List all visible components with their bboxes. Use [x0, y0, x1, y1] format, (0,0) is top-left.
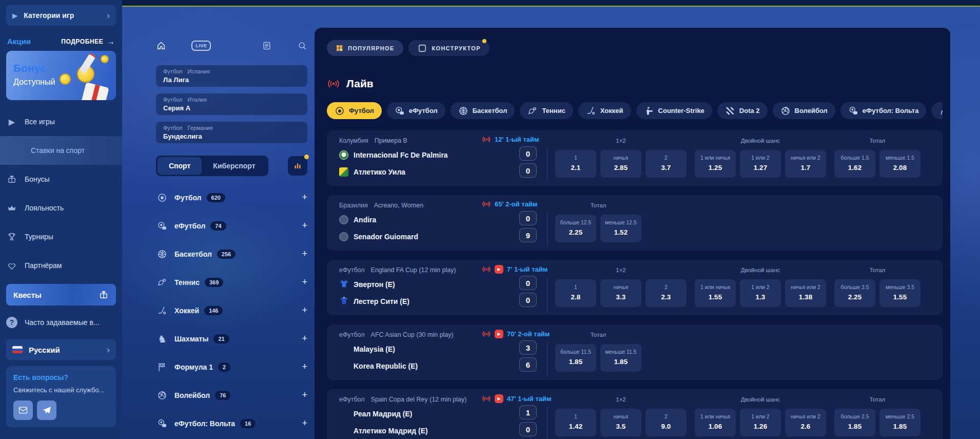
tab-cybersport[interactable]: Киберспорт — [202, 157, 266, 175]
sports-list-item[interactable]: Футбол 620 + — [156, 183, 307, 212]
nav-search-button[interactable] — [297, 41, 307, 51]
match-card[interactable]: еФутболEngland FA Cup (12 min play) ▶ 7'… — [327, 260, 943, 315]
expand-plus-icon[interactable]: + — [302, 361, 307, 372]
odds-button[interactable]: ничья или 2 2.6 — [785, 409, 826, 436]
odds-button[interactable]: 1 2.1 — [555, 150, 596, 178]
sports-list-item[interactable]: Волейбол 76 + — [156, 381, 307, 409]
odds-button[interactable]: 1 или ничья 1.55 — [695, 279, 736, 307]
sports-list-item[interactable]: Баскетбол 256 + — [156, 240, 307, 268]
odds-button[interactable]: меньше 11.5 1.85 — [600, 344, 641, 372]
sports-list-item[interactable]: еФутбол: Вольта 16 + — [156, 409, 307, 437]
odds-button[interactable]: меньше 12.5 1.52 — [600, 215, 641, 242]
outcome-odds: 3.3 — [600, 293, 641, 301]
sidebar-item[interactable]: Ставки на спорт — [0, 136, 122, 165]
expand-plus-icon[interactable]: + — [302, 305, 307, 316]
odds-button[interactable]: меньше 2.5 1.85 — [879, 409, 920, 436]
promos-more-link[interactable]: ПОДРОБНЕЕ → — [61, 37, 115, 46]
sport-chip[interactable]: еСк — [931, 102, 943, 119]
help-card: Есть вопросы? Свяжитесь с нашей службо..… — [6, 366, 116, 427]
odds-button[interactable]: больше 3.5 2.25 — [834, 279, 875, 307]
stream-play-icon[interactable]: ▶ — [495, 330, 503, 338]
pinned-league-card[interactable]: ФутболИспания Ла Лига — [156, 65, 307, 87]
odds-button[interactable]: 2 3.7 — [645, 150, 687, 178]
odds-button[interactable]: 1 или 2 1.3 — [740, 279, 781, 307]
basketball-icon — [458, 106, 468, 116]
quests-banner[interactable]: Квесты — [6, 284, 116, 306]
team-badge — [339, 215, 348, 224]
expand-plus-icon[interactable]: + — [302, 390, 307, 400]
expand-plus-icon[interactable]: + — [302, 220, 307, 231]
odds-button[interactable]: меньше 1.5 2.08 — [879, 150, 920, 178]
sidebar-item[interactable]: Бонусы — [6, 165, 116, 194]
odds-button[interactable]: 1 или 2 1.27 — [740, 150, 781, 178]
odds-button[interactable]: больше 12.5 2.25 — [555, 215, 596, 242]
match-card[interactable]: КолумбияПримера B 12' 1-ый тайм Internac… — [327, 130, 943, 186]
match-league: еФутболSpain Copa del Rey (12 min play) — [339, 396, 466, 403]
expand-plus-icon[interactable]: + — [302, 418, 307, 429]
sidebar-item[interactable]: Партнёрам — [6, 251, 116, 280]
sidebar-item[interactable]: ▶Все игры — [6, 107, 116, 136]
sport-chip[interactable]: Counter-Strike — [636, 102, 712, 119]
odds-button[interactable]: ничья 3.3 — [600, 279, 641, 307]
sport-chip[interactable]: еФутбол — [387, 102, 445, 119]
odds-button[interactable]: ничья или 2 1.38 — [785, 279, 826, 307]
odds-button[interactable]: ничья 2.85 — [600, 150, 641, 178]
nav-results-button[interactable] — [262, 41, 272, 51]
sidebar-item[interactable]: Турниры — [6, 222, 116, 251]
pinned-league-card[interactable]: ФутболГермания Бундеслига — [156, 122, 307, 143]
expand-plus-icon[interactable]: + — [302, 277, 307, 288]
sport-chip[interactable]: Dota 2 — [717, 102, 768, 119]
sport-chip[interactable]: Футбол — [327, 102, 382, 119]
match-status: 65' 2-ой тайм — [482, 200, 537, 208]
match-card[interactable]: еФутболSpain Copa del Rey (12 min play) … — [327, 389, 943, 439]
expand-plus-icon[interactable]: + — [302, 192, 307, 203]
odds-button[interactable]: больше 2.5 1.85 — [834, 409, 875, 436]
sport-chip[interactable]: Баскетбол — [450, 102, 515, 119]
sports-list-item[interactable]: Теннис 369 + — [156, 268, 307, 296]
sport-chip[interactable]: Теннис — [520, 102, 573, 119]
sports-list-item[interactable]: Хоккей 146 + — [156, 296, 307, 325]
odds-button[interactable]: 1 или ничья 1.06 — [695, 409, 736, 436]
match-card[interactable]: БразилияAcreano, Women 65' 2-ой тайм And… — [327, 195, 943, 251]
bonus-banner-title: Бонус — [13, 62, 46, 74]
telegram-support-button[interactable] — [37, 400, 56, 420]
odds-button[interactable]: 2 2.3 — [645, 279, 687, 307]
sports-list-item[interactable]: ♞ Шахматы 21 + — [156, 325, 307, 353]
bonus-banner-subtitle: Доступный — [13, 78, 55, 87]
odds-button[interactable]: больше 1.5 1.62 — [834, 150, 875, 178]
sidebar-item[interactable]: Лояльность — [6, 194, 116, 222]
odds-button[interactable]: больше 11.5 1.85 — [555, 344, 596, 372]
language-selector[interactable]: Русский › — [6, 339, 116, 360]
match-card[interactable]: еФутболAFC Asian Cup (30 min play) ▶ 70'… — [327, 325, 943, 380]
promos-link[interactable]: Акции — [7, 37, 31, 46]
statistics-button[interactable] — [288, 156, 307, 176]
expand-plus-icon[interactable]: + — [302, 333, 307, 344]
odds-button[interactable]: ничья или 2 1.7 — [785, 150, 826, 178]
pinned-league-card[interactable]: ФутболИталия Серия А — [156, 93, 307, 115]
game-categories-button[interactable]: ▶ Категории игр › — [6, 5, 116, 26]
expand-plus-icon[interactable]: + — [302, 249, 307, 259]
odds-button[interactable]: ничья 3.5 — [600, 409, 641, 436]
tab-constructor[interactable]: КОНСТРУКТОР — [408, 40, 489, 56]
sport-chip[interactable]: Хоккей — [578, 102, 631, 119]
odds-button[interactable]: меньше 3.5 1.55 — [879, 279, 920, 307]
sports-list-item[interactable]: еФутбол 74 + — [156, 212, 307, 240]
sport-chip[interactable]: Волейбол — [773, 102, 835, 119]
tab-sport[interactable]: Спорт — [158, 157, 202, 175]
odds-button[interactable]: 1 1.42 — [555, 409, 596, 436]
bonus-banner[interactable]: Бонус Доступный — [6, 51, 116, 100]
tab-popular[interactable]: ПОПУЛЯРНОЕ — [327, 40, 403, 56]
odds-button[interactable]: 1 или 2 1.26 — [740, 409, 781, 436]
sport-count-badge: 74 — [210, 221, 226, 231]
stream-play-icon[interactable]: ▶ — [495, 265, 503, 274]
email-support-button[interactable] — [13, 400, 33, 420]
stream-play-icon[interactable]: ▶ — [495, 394, 503, 403]
nav-live-button[interactable]: LIVE — [191, 41, 211, 51]
odds-button[interactable]: 1 или ничья 1.25 — [695, 150, 736, 178]
sports-list-item[interactable]: Формула 1 2 + — [156, 353, 307, 381]
sport-chip[interactable]: еФутбол: Вольта — [840, 102, 927, 119]
odds-button[interactable]: 2 9.0 — [645, 409, 687, 436]
nav-home-button[interactable] — [156, 41, 166, 51]
sidebar-item-faq[interactable]: ? Часто задаваемые в... — [6, 309, 116, 336]
odds-button[interactable]: 1 2.8 — [555, 279, 596, 307]
